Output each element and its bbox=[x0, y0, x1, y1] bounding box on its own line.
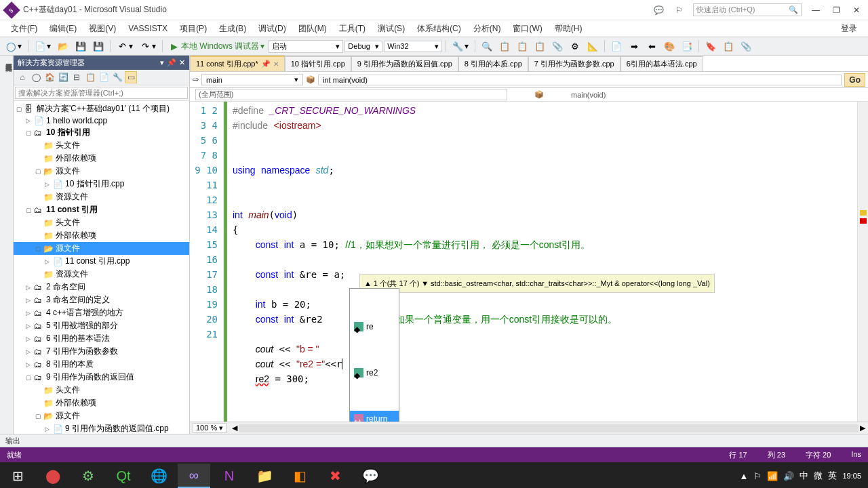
tb-icon-6[interactable]: 📎 bbox=[549, 39, 566, 53]
tree-item[interactable]: ▷🗂2 命名空间 bbox=[14, 281, 189, 293]
menu-project[interactable]: 项目(P) bbox=[174, 22, 212, 36]
tb-icon-9[interactable]: 📄 bbox=[608, 39, 625, 53]
tree-item[interactable]: ▢📂源文件 bbox=[14, 165, 189, 178]
solexp-search-input[interactable] bbox=[15, 87, 188, 99]
tb-icon-7[interactable]: ⚙ bbox=[567, 39, 583, 53]
tab-active[interactable]: 11 const 引用.cpp* 📌 ✕ bbox=[190, 56, 285, 71]
tree-item[interactable]: ▢🗂10 指针引用 bbox=[14, 126, 189, 139]
tree-item[interactable]: ▷📄1 hello world.cpp bbox=[14, 115, 189, 126]
task-onenote-icon[interactable]: N bbox=[213, 464, 245, 488]
tree-item[interactable]: 📁头文件 bbox=[14, 139, 189, 152]
menu-team[interactable]: 团队(M) bbox=[293, 22, 332, 36]
flag-icon[interactable]: ⚐ bbox=[673, 4, 685, 16]
collapse-icon[interactable]: ⊟ bbox=[71, 71, 83, 83]
zoom-dropdown[interactable]: 100 % ▾ bbox=[193, 423, 226, 433]
task-explorer-icon[interactable]: 📁 bbox=[248, 464, 281, 488]
tree-item[interactable]: ▷🗂6 引用的基本语法 bbox=[14, 332, 189, 345]
code-editor[interactable]: 1 2 3 4 5 6 7 8 9 10 11 12 13 14 15 16 1… bbox=[190, 102, 868, 422]
start-button[interactable]: ⊞ bbox=[1, 464, 34, 488]
close-icon[interactable]: ✕ bbox=[179, 58, 185, 67]
scroll-marker[interactable] bbox=[857, 102, 868, 422]
intellisense-item[interactable]: ◆re bbox=[350, 319, 399, 335]
dropdown-icon[interactable]: ▾ bbox=[160, 58, 164, 67]
tab[interactable]: 9 引用作为函数的返回值.cpp bbox=[351, 56, 458, 71]
quick-launch-input[interactable]: 快速启动 (Ctrl+Q) 🔍 bbox=[693, 3, 802, 16]
tab[interactable]: 8 引用的本质.cpp bbox=[458, 56, 528, 71]
intellisense-item-selected[interactable]: ↩return bbox=[350, 411, 399, 422]
hscroll-right-icon[interactable]: ▶ bbox=[860, 424, 865, 432]
tree-item[interactable]: ▢📂源文件 bbox=[14, 242, 189, 255]
menu-test[interactable]: 测试(S) bbox=[372, 22, 410, 36]
intellisense-list[interactable]: ◆re ◆re2 ↩return ↩rewind bbox=[349, 288, 399, 422]
pin-icon[interactable]: 📌 bbox=[261, 60, 271, 68]
intellisense-item[interactable]: ◆re2 bbox=[350, 365, 399, 381]
start-debug-button[interactable]: ▶本地 Windows 调试器 ▾ bbox=[166, 39, 267, 54]
tb-icon-4[interactable]: 📋 bbox=[514, 39, 530, 53]
undo-button[interactable]: ↶▾ bbox=[114, 39, 136, 53]
redo-button[interactable]: ↷▾ bbox=[137, 39, 159, 53]
tb-icon-14[interactable]: 🔖 bbox=[703, 39, 719, 53]
tree-item[interactable]: 📁外部依赖项 bbox=[14, 396, 189, 409]
task-chrome-icon[interactable]: 🌐 bbox=[142, 464, 175, 488]
menu-analyze[interactable]: 分析(N) bbox=[468, 22, 507, 36]
tb-icon-12[interactable]: 🎨 bbox=[661, 39, 677, 53]
nav-member-dropdown[interactable]: int main(void) bbox=[318, 75, 842, 85]
tb-icon-13[interactable]: 📑 bbox=[679, 39, 695, 53]
tree-item[interactable]: ▷📄9 引用作为函数的返回值.cpp bbox=[14, 422, 189, 434]
menu-build[interactable]: 生成(B) bbox=[214, 22, 252, 36]
tray-sound-icon[interactable]: 🔊 bbox=[783, 471, 794, 481]
preview-icon[interactable]: ▭ bbox=[125, 71, 137, 83]
menu-file[interactable]: 文件(F) bbox=[5, 22, 43, 36]
home-icon[interactable]: ⌂ bbox=[16, 71, 28, 83]
tree-item[interactable]: 📁头文件 bbox=[14, 384, 189, 396]
back-button[interactable]: ◯▾ bbox=[3, 39, 24, 53]
tb-icon-8[interactable]: 📐 bbox=[585, 39, 601, 53]
chat-icon[interactable]: 💬 bbox=[652, 4, 665, 16]
tab[interactable]: 7 引用作为函数参数.cpp bbox=[528, 56, 620, 71]
menu-edit[interactable]: 编辑(E) bbox=[44, 22, 82, 36]
task-qt-icon[interactable]: Qt bbox=[107, 464, 140, 488]
tree-item[interactable]: 📁外部依赖项 bbox=[14, 152, 189, 165]
tree-item[interactable]: ▷🗂7 引用作为函数参数 bbox=[14, 345, 189, 358]
tree-item[interactable]: ▷📄10 指针引用.cpp bbox=[14, 178, 189, 190]
minimize-button[interactable]: — bbox=[810, 4, 822, 16]
refresh-icon[interactable]: 🔄 bbox=[57, 71, 69, 83]
tray-clock[interactable]: 19:05 bbox=[842, 472, 861, 480]
show-all-icon[interactable]: 📄 bbox=[98, 71, 110, 83]
tb-icon-2[interactable]: 🔍 bbox=[479, 39, 495, 53]
go-button[interactable]: Go bbox=[844, 73, 865, 87]
close-icon[interactable]: ✕ bbox=[273, 60, 279, 68]
config-dropdown[interactable]: Debug▾ bbox=[344, 41, 382, 52]
tb-icon-1[interactable]: 🔧▾ bbox=[450, 39, 471, 53]
nav-fn-icon[interactable]: 📦 bbox=[306, 75, 315, 84]
menu-help[interactable]: 帮助(H) bbox=[549, 22, 588, 36]
code-text[interactable]: #define _CRT_SECURE_NO_WARNINGS #include… bbox=[227, 102, 857, 422]
tree-item[interactable]: ▷🗂3 命名空间的定义 bbox=[14, 293, 189, 306]
task-chat-icon[interactable]: 💬 bbox=[354, 464, 387, 488]
tray-ime-icon-3[interactable]: 英 bbox=[828, 470, 837, 482]
tree-item[interactable]: ▷🗂5 引用被增强的部分 bbox=[14, 319, 189, 332]
tab[interactable]: 10 指针引用.cpp bbox=[285, 56, 351, 71]
task-record-icon[interactable]: ⬤ bbox=[37, 464, 69, 488]
arch-dropdown[interactable]: Win32▾ bbox=[384, 41, 442, 52]
tree-item[interactable]: 📁资源文件 bbox=[14, 190, 189, 203]
tree-item[interactable]: 📁头文件 bbox=[14, 216, 189, 229]
menu-tools[interactable]: 工具(T) bbox=[334, 22, 371, 36]
menu-vassistx[interactable]: VASSISTX bbox=[123, 22, 173, 35]
tab[interactable]: 6引用的基本语法.cpp bbox=[620, 56, 703, 71]
tree-item[interactable]: 📁外部依赖项 bbox=[14, 229, 189, 242]
tray-flag-icon[interactable]: ⚐ bbox=[753, 471, 762, 481]
left-rail[interactable]: 服务器资源管理器 工具箱 bbox=[0, 56, 14, 434]
tree-item[interactable]: 📁资源文件 bbox=[14, 268, 189, 281]
tray-up-icon[interactable]: ▲ bbox=[740, 471, 749, 481]
task-gear-icon[interactable]: ⚙ bbox=[72, 464, 104, 488]
back-icon[interactable]: ◯ bbox=[30, 71, 42, 83]
tray-ime-icon-2[interactable]: 微 bbox=[814, 470, 823, 482]
tree-root[interactable]: ▢🗄 解决方案'C++基础day01' (11 个项目) bbox=[14, 102, 189, 115]
hscrollbar[interactable] bbox=[239, 424, 859, 432]
open-button[interactable]: 📂 bbox=[55, 39, 71, 53]
tb-icon-16[interactable]: 📎 bbox=[738, 39, 754, 53]
save-all-button[interactable]: 💾 bbox=[90, 39, 106, 53]
tree-item[interactable]: ▢📂源文件 bbox=[14, 409, 189, 422]
task-close-icon[interactable]: ✖ bbox=[319, 464, 351, 488]
